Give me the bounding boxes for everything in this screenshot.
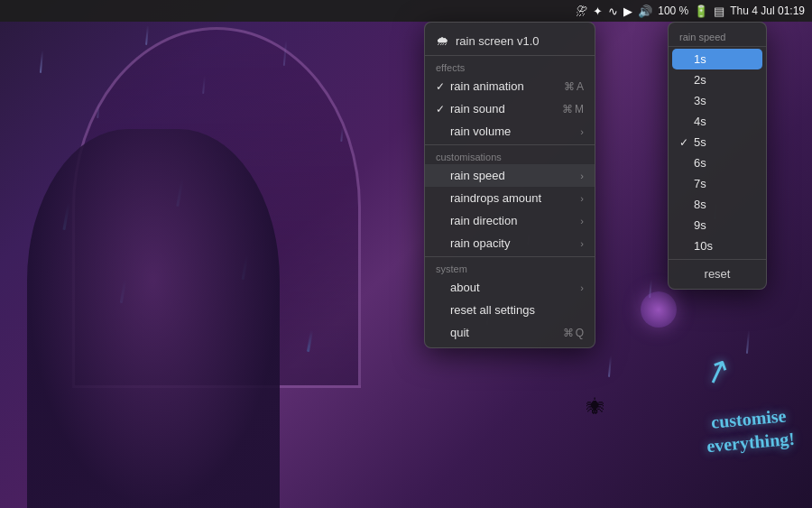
menu-app-title: rain screen v1.0 bbox=[456, 34, 540, 48]
arrow-rain-speed: › bbox=[580, 171, 584, 181]
menu-item-rain-sound[interactable]: ✓ rain sound ⌘M bbox=[425, 97, 595, 120]
val-2s: 2s bbox=[694, 73, 755, 87]
arrow-raindrops-amount: › bbox=[580, 193, 584, 204]
val-8s: 8s bbox=[694, 198, 755, 211]
arrow-rain-opacity: › bbox=[580, 238, 584, 249]
main-dropdown-menu: 🌧 rain screen v1.0 effects ✓ rain animat… bbox=[424, 22, 595, 348]
menubar-icons: ⛈ ✦ ∿ ▶ 🔊 100 % 🔋 ▤ Thu 4 Jul 01:19 bbox=[576, 5, 805, 18]
menu-item-raindrops-amount[interactable]: raindrops amount › bbox=[425, 187, 595, 209]
character-silhouette bbox=[27, 129, 280, 508]
label-rain-animation: rain animation bbox=[450, 79, 564, 93]
arrow-rain-direction: › bbox=[580, 216, 584, 226]
orb-decoration bbox=[641, 291, 677, 328]
submenu-header: rain speed bbox=[669, 26, 766, 47]
menu-item-rain-direction[interactable]: rain direction › bbox=[425, 209, 595, 232]
sub-item-5s[interactable]: ✓ 5s bbox=[669, 132, 766, 152]
sub-item-4s[interactable]: 4s bbox=[669, 111, 766, 132]
sub-item-7s[interactable]: 7s bbox=[669, 173, 766, 194]
sub-item-9s[interactable]: 9s bbox=[669, 215, 766, 236]
sep-after-header bbox=[425, 55, 595, 56]
label-rain-sound: rain sound bbox=[450, 102, 562, 115]
menu-item-rain-speed[interactable]: rain speed › bbox=[425, 164, 595, 187]
menu-item-quit[interactable]: quit ⌘Q bbox=[425, 321, 595, 344]
check-rain-sound: ✓ bbox=[436, 103, 450, 115]
menu-item-rain-opacity[interactable]: rain opacity › bbox=[425, 232, 595, 254]
section-effects-label: effects bbox=[425, 58, 595, 75]
section-system-label: system bbox=[425, 259, 595, 276]
volume-icon[interactable]: 🔊 bbox=[638, 5, 652, 18]
customise-text: customise everything! bbox=[704, 403, 796, 457]
label-about: about bbox=[450, 281, 580, 294]
menu-header: 🌧 rain screen v1.0 bbox=[425, 26, 595, 53]
label-rain-volume: rain volume bbox=[450, 125, 580, 138]
arrow-rain-volume: › bbox=[580, 126, 584, 137]
submenu-rain-speed: rain speed 1s 2s 3s 4s ✓ 5s 6s 7s 8s 9s … bbox=[668, 22, 767, 290]
val-6s: 6s bbox=[694, 156, 755, 170]
menu-app-icon: 🌧 bbox=[436, 33, 448, 48]
label-raindrops-amount: raindrops amount bbox=[450, 191, 580, 205]
shortcut-rain-animation: ⌘A bbox=[564, 80, 584, 93]
datetime: Thu 4 Jul 01:19 bbox=[730, 5, 805, 17]
val-4s: 4s bbox=[694, 115, 755, 128]
label-quit: quit bbox=[450, 326, 563, 339]
arrow-about: › bbox=[580, 282, 584, 293]
shortcut-rain-sound: ⌘M bbox=[562, 103, 584, 115]
val-9s: 9s bbox=[694, 218, 755, 232]
sub-item-6s[interactable]: 6s bbox=[669, 152, 766, 173]
bug-decoration: 🕷 bbox=[586, 397, 604, 418]
sub-item-3s[interactable]: 3s bbox=[669, 90, 766, 111]
play-icon[interactable]: ▶ bbox=[623, 5, 632, 18]
sep-custom-system bbox=[425, 256, 595, 257]
battery-percent: 100 % bbox=[658, 5, 688, 17]
label-rain-direction: rain direction bbox=[450, 214, 580, 227]
menubar: ⛈ ✦ ∿ ▶ 🔊 100 % 🔋 ▤ Thu 4 Jul 01:19 bbox=[0, 0, 812, 22]
label-reset-all: reset all settings bbox=[450, 303, 584, 317]
rain-menubar-icon[interactable]: ⛈ bbox=[576, 5, 587, 18]
sep-effects-custom bbox=[425, 144, 595, 145]
val-5s: 5s bbox=[694, 135, 755, 149]
menu-item-rain-animation[interactable]: ✓ rain animation ⌘A bbox=[425, 75, 595, 97]
val-7s: 7s bbox=[694, 177, 755, 190]
sub-item-2s[interactable]: 2s bbox=[669, 69, 766, 90]
label-rain-speed: rain speed bbox=[450, 169, 580, 182]
val-1s: 1s bbox=[694, 52, 755, 66]
shortcut-quit: ⌘Q bbox=[563, 327, 584, 339]
sub-item-1s[interactable]: 1s bbox=[672, 49, 762, 69]
sub-item-10s[interactable]: 10s bbox=[669, 236, 766, 256]
menu-item-rain-volume[interactable]: rain volume › bbox=[425, 120, 595, 143]
bluetooth-icon[interactable]: ✦ bbox=[593, 5, 603, 18]
menu-item-reset-all[interactable]: reset all settings bbox=[425, 299, 595, 321]
val-3s: 3s bbox=[694, 94, 755, 107]
battery-icon: 🔋 bbox=[694, 5, 708, 18]
label-rain-opacity: rain opacity bbox=[450, 236, 580, 250]
sub-separator bbox=[669, 259, 766, 260]
section-customisations-label: customisations bbox=[425, 147, 595, 164]
menu-item-about[interactable]: about › bbox=[425, 276, 595, 299]
wifi-icon[interactable]: ∿ bbox=[608, 5, 618, 18]
check-rain-animation: ✓ bbox=[436, 80, 450, 93]
display-icon[interactable]: ▤ bbox=[714, 5, 724, 18]
sub-reset-button[interactable]: reset bbox=[669, 263, 766, 285]
val-10s: 10s bbox=[694, 239, 755, 253]
sub-item-8s[interactable]: 8s bbox=[669, 194, 766, 215]
check-5s: ✓ bbox=[679, 136, 694, 149]
